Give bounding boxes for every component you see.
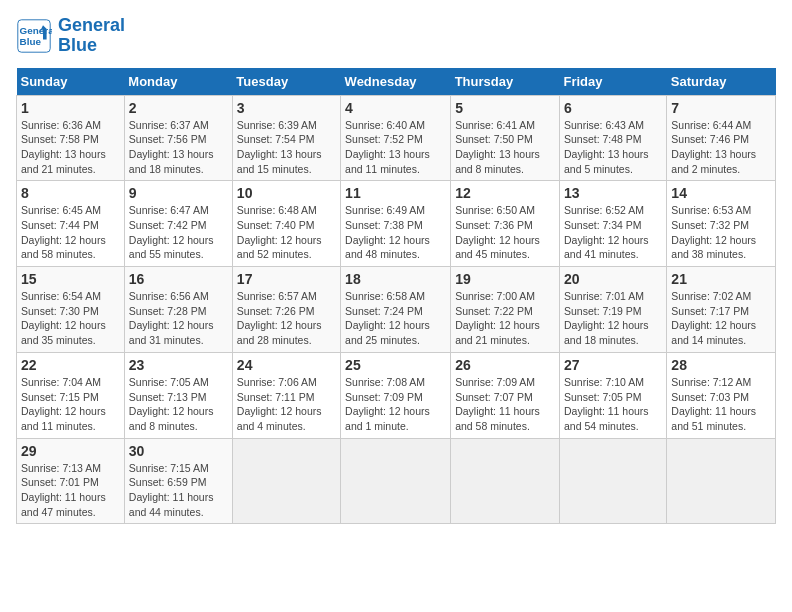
logo: General Blue General Blue (16, 16, 125, 56)
day-info: Sunrise: 6:41 AMSunset: 7:50 PMDaylight:… (455, 118, 555, 177)
calendar-cell: 19Sunrise: 7:00 AMSunset: 7:22 PMDayligh… (451, 267, 560, 353)
day-number: 20 (564, 271, 662, 287)
weekday-header-cell: Saturday (667, 68, 776, 96)
day-number: 24 (237, 357, 336, 373)
day-info: Sunrise: 7:12 AMSunset: 7:03 PMDaylight:… (671, 375, 771, 434)
weekday-header-cell: Sunday (17, 68, 125, 96)
day-info: Sunrise: 7:09 AMSunset: 7:07 PMDaylight:… (455, 375, 555, 434)
calendar-cell: 5Sunrise: 6:41 AMSunset: 7:50 PMDaylight… (451, 95, 560, 181)
calendar-body: 1Sunrise: 6:36 AMSunset: 7:58 PMDaylight… (17, 95, 776, 524)
calendar-cell: 22Sunrise: 7:04 AMSunset: 7:15 PMDayligh… (17, 352, 125, 438)
logo-text: General Blue (58, 16, 125, 56)
calendar-cell (667, 438, 776, 524)
calendar-cell: 23Sunrise: 7:05 AMSunset: 7:13 PMDayligh… (124, 352, 232, 438)
day-info: Sunrise: 6:52 AMSunset: 7:34 PMDaylight:… (564, 203, 662, 262)
day-info: Sunrise: 7:01 AMSunset: 7:19 PMDaylight:… (564, 289, 662, 348)
day-number: 1 (21, 100, 120, 116)
day-info: Sunrise: 6:40 AMSunset: 7:52 PMDaylight:… (345, 118, 446, 177)
day-number: 16 (129, 271, 228, 287)
weekday-header-cell: Wednesday (341, 68, 451, 96)
day-info: Sunrise: 6:43 AMSunset: 7:48 PMDaylight:… (564, 118, 662, 177)
day-info: Sunrise: 6:53 AMSunset: 7:32 PMDaylight:… (671, 203, 771, 262)
calendar-table: SundayMondayTuesdayWednesdayThursdayFrid… (16, 68, 776, 525)
day-number: 7 (671, 100, 771, 116)
calendar-cell: 29Sunrise: 7:13 AMSunset: 7:01 PMDayligh… (17, 438, 125, 524)
day-number: 6 (564, 100, 662, 116)
day-info: Sunrise: 6:37 AMSunset: 7:56 PMDaylight:… (129, 118, 228, 177)
day-number: 29 (21, 443, 120, 459)
day-info: Sunrise: 6:57 AMSunset: 7:26 PMDaylight:… (237, 289, 336, 348)
day-info: Sunrise: 6:49 AMSunset: 7:38 PMDaylight:… (345, 203, 446, 262)
day-number: 9 (129, 185, 228, 201)
day-info: Sunrise: 6:54 AMSunset: 7:30 PMDaylight:… (21, 289, 120, 348)
day-info: Sunrise: 7:00 AMSunset: 7:22 PMDaylight:… (455, 289, 555, 348)
calendar-week-row: 1Sunrise: 6:36 AMSunset: 7:58 PMDaylight… (17, 95, 776, 181)
day-number: 25 (345, 357, 446, 373)
day-number: 5 (455, 100, 555, 116)
day-number: 19 (455, 271, 555, 287)
calendar-cell: 12Sunrise: 6:50 AMSunset: 7:36 PMDayligh… (451, 181, 560, 267)
day-info: Sunrise: 7:15 AMSunset: 6:59 PMDaylight:… (129, 461, 228, 520)
calendar-week-row: 29Sunrise: 7:13 AMSunset: 7:01 PMDayligh… (17, 438, 776, 524)
day-info: Sunrise: 7:04 AMSunset: 7:15 PMDaylight:… (21, 375, 120, 434)
day-info: Sunrise: 7:02 AMSunset: 7:17 PMDaylight:… (671, 289, 771, 348)
calendar-cell: 16Sunrise: 6:56 AMSunset: 7:28 PMDayligh… (124, 267, 232, 353)
day-number: 11 (345, 185, 446, 201)
calendar-cell: 6Sunrise: 6:43 AMSunset: 7:48 PMDaylight… (559, 95, 666, 181)
calendar-cell: 14Sunrise: 6:53 AMSunset: 7:32 PMDayligh… (667, 181, 776, 267)
day-number: 2 (129, 100, 228, 116)
day-number: 21 (671, 271, 771, 287)
calendar-cell: 26Sunrise: 7:09 AMSunset: 7:07 PMDayligh… (451, 352, 560, 438)
calendar-week-row: 22Sunrise: 7:04 AMSunset: 7:15 PMDayligh… (17, 352, 776, 438)
calendar-cell: 15Sunrise: 6:54 AMSunset: 7:30 PMDayligh… (17, 267, 125, 353)
calendar-week-row: 15Sunrise: 6:54 AMSunset: 7:30 PMDayligh… (17, 267, 776, 353)
day-number: 4 (345, 100, 446, 116)
day-number: 12 (455, 185, 555, 201)
day-info: Sunrise: 6:47 AMSunset: 7:42 PMDaylight:… (129, 203, 228, 262)
day-number: 23 (129, 357, 228, 373)
day-info: Sunrise: 6:44 AMSunset: 7:46 PMDaylight:… (671, 118, 771, 177)
calendar-cell: 17Sunrise: 6:57 AMSunset: 7:26 PMDayligh… (232, 267, 340, 353)
calendar-cell: 1Sunrise: 6:36 AMSunset: 7:58 PMDaylight… (17, 95, 125, 181)
calendar-cell (232, 438, 340, 524)
calendar-cell (559, 438, 666, 524)
day-info: Sunrise: 6:58 AMSunset: 7:24 PMDaylight:… (345, 289, 446, 348)
header: General Blue General Blue (16, 16, 776, 56)
calendar-cell: 20Sunrise: 7:01 AMSunset: 7:19 PMDayligh… (559, 267, 666, 353)
calendar-cell: 11Sunrise: 6:49 AMSunset: 7:38 PMDayligh… (341, 181, 451, 267)
calendar-cell: 13Sunrise: 6:52 AMSunset: 7:34 PMDayligh… (559, 181, 666, 267)
day-info: Sunrise: 6:56 AMSunset: 7:28 PMDaylight:… (129, 289, 228, 348)
calendar-cell: 28Sunrise: 7:12 AMSunset: 7:03 PMDayligh… (667, 352, 776, 438)
calendar-cell: 3Sunrise: 6:39 AMSunset: 7:54 PMDaylight… (232, 95, 340, 181)
calendar-cell: 9Sunrise: 6:47 AMSunset: 7:42 PMDaylight… (124, 181, 232, 267)
day-number: 28 (671, 357, 771, 373)
logo-icon: General Blue (16, 18, 52, 54)
day-number: 17 (237, 271, 336, 287)
day-info: Sunrise: 7:13 AMSunset: 7:01 PMDaylight:… (21, 461, 120, 520)
day-info: Sunrise: 7:10 AMSunset: 7:05 PMDaylight:… (564, 375, 662, 434)
day-info: Sunrise: 7:06 AMSunset: 7:11 PMDaylight:… (237, 375, 336, 434)
day-number: 27 (564, 357, 662, 373)
day-number: 3 (237, 100, 336, 116)
weekday-header-cell: Tuesday (232, 68, 340, 96)
calendar-cell: 21Sunrise: 7:02 AMSunset: 7:17 PMDayligh… (667, 267, 776, 353)
weekday-header-cell: Friday (559, 68, 666, 96)
calendar-cell: 27Sunrise: 7:10 AMSunset: 7:05 PMDayligh… (559, 352, 666, 438)
calendar-cell: 7Sunrise: 6:44 AMSunset: 7:46 PMDaylight… (667, 95, 776, 181)
day-info: Sunrise: 7:05 AMSunset: 7:13 PMDaylight:… (129, 375, 228, 434)
calendar-cell: 10Sunrise: 6:48 AMSunset: 7:40 PMDayligh… (232, 181, 340, 267)
calendar-cell: 25Sunrise: 7:08 AMSunset: 7:09 PMDayligh… (341, 352, 451, 438)
day-number: 30 (129, 443, 228, 459)
calendar-cell: 18Sunrise: 6:58 AMSunset: 7:24 PMDayligh… (341, 267, 451, 353)
day-info: Sunrise: 6:39 AMSunset: 7:54 PMDaylight:… (237, 118, 336, 177)
calendar-cell (451, 438, 560, 524)
calendar-cell: 4Sunrise: 6:40 AMSunset: 7:52 PMDaylight… (341, 95, 451, 181)
day-number: 14 (671, 185, 771, 201)
calendar-cell: 8Sunrise: 6:45 AMSunset: 7:44 PMDaylight… (17, 181, 125, 267)
day-info: Sunrise: 7:08 AMSunset: 7:09 PMDaylight:… (345, 375, 446, 434)
day-info: Sunrise: 6:36 AMSunset: 7:58 PMDaylight:… (21, 118, 120, 177)
day-number: 15 (21, 271, 120, 287)
day-info: Sunrise: 6:45 AMSunset: 7:44 PMDaylight:… (21, 203, 120, 262)
calendar-week-row: 8Sunrise: 6:45 AMSunset: 7:44 PMDaylight… (17, 181, 776, 267)
day-number: 8 (21, 185, 120, 201)
